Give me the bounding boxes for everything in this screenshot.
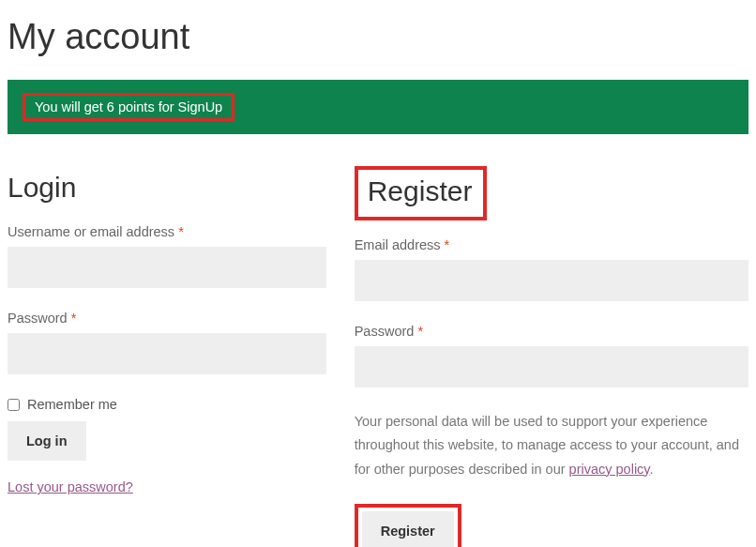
- register-password-row: Password *: [355, 324, 748, 387]
- privacy-policy-text: Your personal data will be used to suppo…: [355, 410, 748, 481]
- required-mark: *: [417, 324, 423, 339]
- register-heading-highlight: Register: [355, 166, 488, 220]
- login-username-row: Username or email address *: [8, 224, 326, 288]
- privacy-text-pre: Your personal data will be used to suppo…: [355, 414, 739, 477]
- login-username-label: Username or email address *: [8, 224, 326, 239]
- privacy-text-post: .: [650, 462, 654, 477]
- required-mark: *: [71, 311, 77, 326]
- login-username-input[interactable]: [8, 247, 326, 288]
- login-username-label-text: Username or email address: [8, 224, 178, 239]
- required-mark: *: [445, 237, 450, 252]
- remember-me-checkbox[interactable]: [8, 399, 20, 411]
- login-password-label-text: Password: [8, 311, 71, 326]
- remember-me-label: Remember me: [27, 397, 117, 412]
- signup-points-notice: You will get 6 points for SignUp: [8, 80, 748, 134]
- login-password-label: Password *: [8, 311, 326, 326]
- register-heading: Register: [368, 175, 473, 207]
- register-password-label: Password *: [355, 324, 748, 339]
- register-password-input[interactable]: [355, 346, 748, 387]
- register-button[interactable]: Register: [362, 511, 454, 547]
- required-mark: *: [178, 224, 184, 239]
- login-password-row: Password *: [8, 311, 326, 374]
- signup-points-notice-text: You will get 6 points for SignUp: [23, 93, 234, 121]
- login-heading: Login: [8, 172, 76, 204]
- login-column: Login Username or email address * Passwo…: [8, 172, 326, 547]
- privacy-policy-link[interactable]: privacy policy: [569, 462, 650, 477]
- lost-password-link[interactable]: Lost your password?: [8, 479, 133, 494]
- page-title: My account: [8, 17, 748, 57]
- register-email-input[interactable]: [355, 260, 748, 301]
- register-button-highlight: Register: [355, 504, 461, 547]
- register-email-label-text: Email address: [355, 237, 445, 252]
- register-password-label-text: Password: [355, 324, 418, 339]
- login-button[interactable]: Log in: [8, 421, 86, 461]
- register-email-row: Email address *: [355, 237, 748, 301]
- login-password-input[interactable]: [8, 333, 326, 374]
- remember-me-row: Remember me: [8, 397, 326, 412]
- account-columns: Login Username or email address * Passwo…: [8, 172, 748, 547]
- register-email-label: Email address *: [355, 237, 748, 252]
- register-column: Register Email address * Password * Your…: [355, 172, 748, 547]
